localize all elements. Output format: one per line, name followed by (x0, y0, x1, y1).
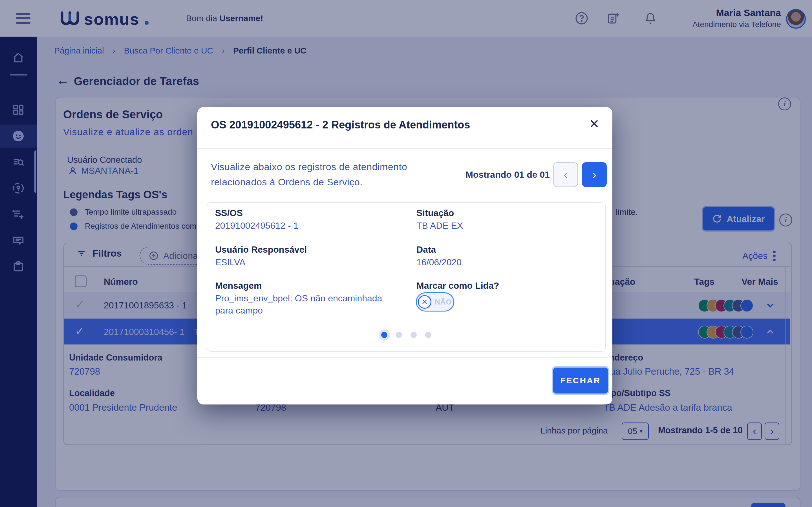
data-value: 16/06/2020 (416, 256, 462, 269)
toggle-value: NÃO (435, 298, 452, 306)
carousel-dots (207, 332, 605, 338)
mark-read-toggle[interactable]: ✕ NÃO (416, 292, 454, 312)
close-icon[interactable]: ✕ (589, 117, 599, 131)
record-card: SS/OS 20191002495612 - 1 Situação TB ADE… (207, 202, 606, 352)
ssos-value: 20191002495612 - 1 (215, 220, 298, 232)
divider (197, 357, 612, 358)
modal-title: OS 20191002495612 - 2 Registros de Atend… (211, 119, 470, 131)
fechar-button[interactable]: FECHAR (553, 368, 608, 393)
carousel-dot[interactable] (396, 332, 402, 338)
carousel-dot-active[interactable] (381, 332, 388, 338)
carousel-dot[interactable] (425, 332, 432, 338)
x-circle-icon: ✕ (418, 295, 432, 309)
usuario-value: ESILVA (215, 256, 245, 269)
app-root: Página inicial › Busca Por Cliente e UC … (0, 0, 812, 507)
mensagem-value: Pro_ims_env_bpel: OS não encaminhada par… (215, 292, 398, 317)
situacao-value: TB ADE EX (416, 220, 463, 232)
modal-subtitle: Visualize abaixo os registros de atendim… (211, 159, 434, 189)
lida-label: Marcar como Lida? (416, 281, 499, 291)
ssos-label: SS/OS (215, 208, 243, 218)
mensagem-label: Mensagem (215, 281, 262, 291)
record-paging-text: Mostrando 01 de 01 (462, 170, 550, 180)
carousel-dot[interactable] (410, 332, 417, 338)
usuario-label: Usuário Responsável (215, 244, 307, 255)
records-modal: OS 20191002495612 - 2 Registros de Atend… (197, 107, 612, 404)
record-prev-button[interactable]: ‹ (553, 162, 578, 187)
divider (197, 148, 612, 149)
situacao-label: Situação (416, 208, 454, 218)
data-label: Data (416, 244, 436, 255)
record-next-button[interactable]: › (582, 162, 607, 187)
